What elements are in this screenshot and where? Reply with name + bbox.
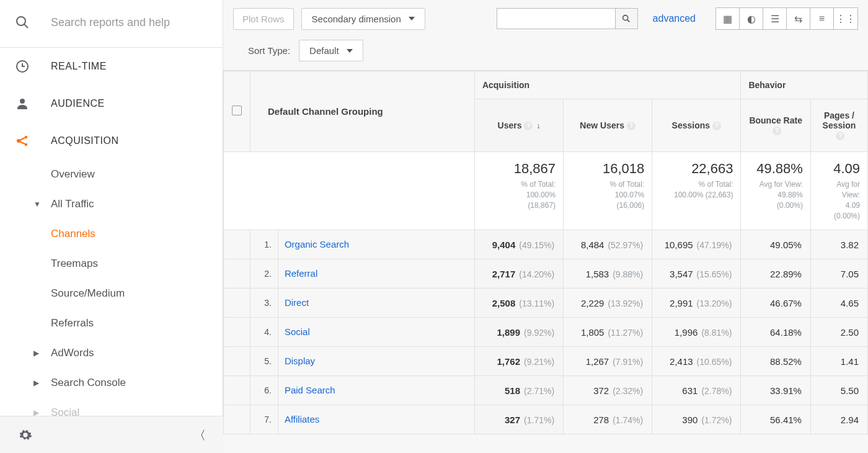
cell-users: 327(1.71%) — [474, 405, 563, 434]
channel-link[interactable]: Paid Search — [285, 385, 335, 395]
search-input[interactable]: Search reports and help — [0, 0, 223, 48]
sidebar-item-all-traffic[interactable]: ▼All Traffic — [51, 189, 223, 219]
sort-type-dropdown[interactable]: Default — [299, 40, 363, 61]
view-cloud-icon[interactable]: ⋮⋮ — [834, 8, 857, 29]
nav-label: REAL-TIME — [51, 61, 107, 72]
chevron-right-icon: ▶ — [33, 349, 42, 357]
advanced-link[interactable]: advanced — [653, 13, 696, 24]
clock-icon — [15, 59, 30, 74]
svg-point-3 — [20, 99, 25, 104]
view-bars-icon[interactable]: ☰ — [763, 8, 787, 29]
cell-users: 1,762(9.21%) — [474, 347, 563, 376]
caret-down-icon — [347, 49, 353, 53]
sidebar-item-channels[interactable]: Channels — [51, 219, 223, 249]
help-icon[interactable]: ? — [836, 132, 844, 140]
select-all-checkbox[interactable] — [232, 105, 242, 115]
nav-realtime[interactable]: REAL-TIME — [0, 48, 223, 85]
svg-point-6 — [25, 143, 27, 146]
sidebar-item-source-medium[interactable]: Source/Medium — [51, 279, 223, 308]
cell-bounce: 49.05% — [741, 230, 810, 259]
col-newusers-header[interactable]: New Users? — [564, 99, 652, 152]
cell-users: 9,404(49.15%) — [474, 230, 563, 259]
acquisition-subitems: Overview ▼All Traffic Channels Treemaps … — [0, 159, 223, 428]
sidebar-item-adwords[interactable]: ▶AdWords — [51, 338, 223, 368]
table-row: 6.Paid Search518(2.71%)372(2.32%)631(2.7… — [224, 376, 868, 405]
sidebar-item-label: AdWords — [51, 347, 94, 359]
col-pages-header[interactable]: Pages / Session? — [810, 99, 867, 152]
collapse-icon[interactable]: 〈 — [201, 428, 205, 441]
cell-new-users: 1,583(9.88%) — [564, 259, 652, 289]
row-index: 7. — [250, 405, 278, 434]
cell-new-users: 1,267(7.91%) — [564, 347, 652, 376]
cell-new-users: 372(2.32%) — [564, 376, 652, 405]
cell-sessions: 390(1.72%) — [652, 405, 741, 434]
cell-users: 518(2.71%) — [474, 376, 563, 405]
table-row: 3.Direct2,508(13.11%)2,229(13.92%)2,991(… — [224, 289, 868, 318]
plot-rows-button[interactable]: Plot Rows — [233, 8, 294, 30]
cell-sessions: 2,991(13.20%) — [652, 289, 741, 318]
row-index: 2. — [250, 259, 278, 289]
chevron-down-icon: ▼ — [33, 200, 42, 209]
cell-bounce: 33.91% — [741, 376, 810, 405]
channel-link[interactable]: Direct — [285, 297, 309, 308]
svg-line-1 — [24, 24, 28, 28]
view-pivot-icon[interactable]: ≡ — [810, 8, 834, 29]
nav-acquisition[interactable]: ACQUISITION — [0, 122, 223, 159]
svg-point-5 — [25, 136, 27, 138]
cell-pages: 5.50 — [810, 376, 867, 405]
table-row: 7.Affiliates327(1.71%)278(1.74%)390(1.72… — [224, 405, 868, 434]
svg-point-0 — [17, 17, 25, 25]
sidebar: Search reports and help REAL-TIME AUDIEN… — [0, 0, 223, 453]
data-table: Default Channel Grouping Acquisition Beh… — [223, 70, 868, 434]
col-users-header[interactable]: Users?↓ — [474, 99, 563, 152]
row-index: 4. — [250, 318, 278, 347]
cell-pages: 2.50 — [810, 318, 867, 347]
sidebar-item-referrals[interactable]: Referrals — [51, 308, 223, 338]
view-compare-icon[interactable]: ⇆ — [787, 8, 810, 29]
toolbar-primary: Plot Rows Secondary dimension advanced ▦… — [223, 0, 868, 37]
help-icon[interactable]: ? — [524, 122, 533, 130]
sort-desc-icon: ↓ — [536, 122, 540, 130]
row-index: 1. — [250, 230, 278, 259]
sidebar-item-label: Source/Medium — [51, 287, 125, 300]
row-index: 6. — [250, 376, 278, 405]
channel-link[interactable]: Display — [285, 356, 315, 366]
gear-icon[interactable] — [19, 428, 32, 442]
cell-sessions: 2,413(10.65%) — [652, 347, 741, 376]
secondary-dimension-dropdown[interactable]: Secondary dimension — [301, 8, 425, 30]
cell-new-users: 8,484(52.97%) — [564, 230, 652, 259]
sidebar-bottom: 〈 — [0, 416, 223, 453]
search-icon — [15, 15, 30, 30]
channel-link[interactable]: Social — [285, 326, 310, 337]
help-icon[interactable]: ? — [627, 122, 636, 130]
view-pie-icon[interactable]: ◐ — [740, 8, 763, 29]
channel-link[interactable]: Referral — [285, 268, 317, 279]
cell-sessions: 1,996(8.81%) — [652, 318, 741, 347]
sidebar-item-label: All Traffic — [51, 198, 94, 210]
table-search[interactable] — [497, 8, 638, 29]
col-bounce-header[interactable]: Bounce Rate? — [741, 99, 810, 152]
channel-link[interactable]: Organic Search — [285, 239, 349, 249]
channel-link[interactable]: Affiliates — [285, 414, 319, 424]
help-icon[interactable]: ? — [773, 127, 781, 135]
col-channel-header[interactable]: Default Channel Grouping — [250, 71, 474, 152]
table-row: 1.Organic Search9,404(49.15%)8,484(52.97… — [224, 230, 868, 259]
search-placeholder: Search reports and help — [51, 16, 170, 29]
toolbar-secondary: Sort Type: Default — [223, 37, 868, 70]
view-table-icon[interactable]: ▦ — [716, 8, 740, 29]
cell-bounce: 22.89% — [741, 259, 810, 289]
help-icon[interactable]: ? — [712, 122, 721, 130]
cell-pages: 7.05 — [810, 259, 867, 289]
cell-users: 2,508(13.11%) — [474, 289, 563, 318]
cell-sessions: 10,695(47.19%) — [652, 230, 741, 259]
sidebar-item-treemaps[interactable]: Treemaps — [51, 249, 223, 279]
cell-pages: 3.82 — [810, 230, 867, 259]
search-field[interactable] — [497, 9, 615, 29]
search-button[interactable] — [615, 9, 637, 29]
sidebar-item-label: Treemaps — [51, 258, 98, 270]
sidebar-item-search-console[interactable]: ▶Search Console — [51, 368, 223, 398]
chevron-right-icon: ▶ — [33, 379, 42, 387]
col-sessions-header[interactable]: Sessions? — [652, 99, 741, 152]
sidebar-item-overview[interactable]: Overview — [51, 159, 223, 189]
nav-audience[interactable]: AUDIENCE — [0, 85, 223, 122]
